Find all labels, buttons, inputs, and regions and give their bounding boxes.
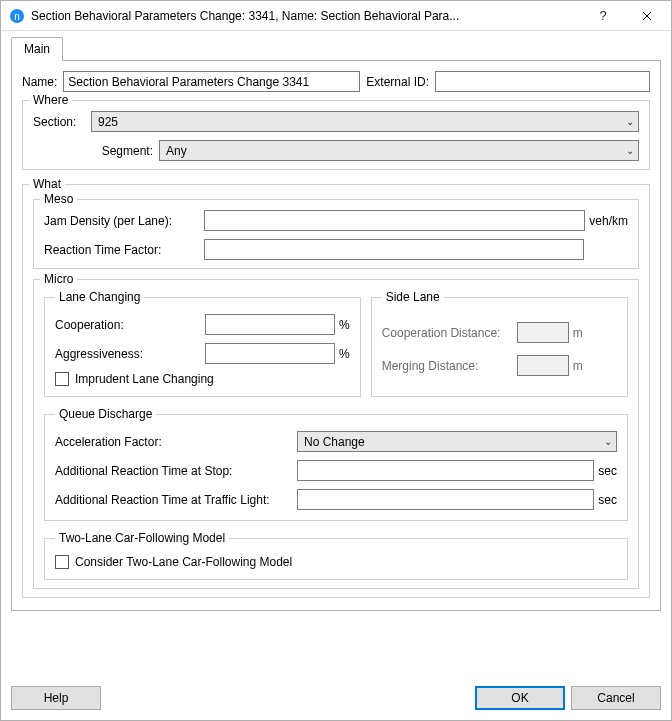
two-lane-label: Consider Two-Lane Car-Following Model <box>75 555 292 569</box>
name-row: Name: External ID: <box>22 71 650 92</box>
micro-columns: Lane Changing Cooperation: % Aggressiven… <box>44 290 628 397</box>
cooperation-input[interactable] <box>205 314 335 335</box>
close-button[interactable] <box>625 1 669 30</box>
tab-main[interactable]: Main <box>11 37 63 61</box>
coop-distance-unit: m <box>573 326 583 340</box>
app-icon: n <box>9 8 25 24</box>
section-select[interactable]: 925 ⌄ <box>91 111 639 132</box>
imprudent-lane-changing-checkbox[interactable] <box>55 372 69 386</box>
accel-factor-select[interactable]: No Change ⌄ <box>297 431 617 452</box>
jam-density-input[interactable] <box>204 210 585 231</box>
cancel-button[interactable]: Cancel <box>571 686 661 710</box>
cooperation-label: Cooperation: <box>55 318 205 332</box>
side-lane-fieldset: Side Lane Cooperation Distance: m Mergin… <box>371 290 628 397</box>
what-legend: What <box>29 177 65 191</box>
merge-distance-input <box>517 355 569 376</box>
accel-factor-value: No Change <box>304 435 600 449</box>
external-id-input[interactable] <box>435 71 650 92</box>
art-tl-input[interactable] <box>297 489 594 510</box>
where-legend: Where <box>29 93 72 107</box>
dialog-window: n Section Behavioral Parameters Change: … <box>0 0 672 721</box>
merge-distance-unit: m <box>573 359 583 373</box>
chevron-down-icon: ⌄ <box>626 116 634 127</box>
chevron-down-icon: ⌄ <box>626 145 634 156</box>
cooperation-unit: % <box>339 318 350 332</box>
imprudent-lane-changing-label: Imprudent Lane Changing <box>75 372 214 386</box>
footer-spacer <box>107 686 469 710</box>
title-bar: n Section Behavioral Parameters Change: … <box>1 1 671 31</box>
aggressiveness-input[interactable] <box>205 343 335 364</box>
what-fieldset: What Meso Jam Density (per Lane): veh/km… <box>22 184 650 598</box>
dialog-footer: Help OK Cancel <box>1 678 671 720</box>
coop-distance-input <box>517 322 569 343</box>
segment-label: Segment: <box>33 144 159 158</box>
merge-distance-label: Merging Distance: <box>382 359 517 373</box>
micro-legend: Micro <box>40 272 77 286</box>
content-area: Main Name: External ID: Where Section: 9… <box>1 31 671 678</box>
queue-discharge-legend: Queue Discharge <box>55 407 156 421</box>
accel-factor-label: Acceleration Factor: <box>55 435 297 449</box>
lane-changing-legend: Lane Changing <box>55 290 144 304</box>
reaction-time-factor-input[interactable] <box>204 239 584 260</box>
queue-discharge-fieldset: Queue Discharge Acceleration Factor: No … <box>44 407 628 521</box>
micro-fieldset: Micro Lane Changing Cooperation: % Agg <box>33 279 639 589</box>
art-tl-label: Additional Reaction Time at Traffic Ligh… <box>55 493 297 507</box>
aggressiveness-unit: % <box>339 347 350 361</box>
where-fieldset: Where Section: 925 ⌄ Segment: Any ⌄ <box>22 100 650 170</box>
aggressiveness-label: Aggressiveness: <box>55 347 205 361</box>
ok-button[interactable]: OK <box>475 686 565 710</box>
help-button[interactable]: Help <box>11 686 101 710</box>
two-lane-checkbox[interactable] <box>55 555 69 569</box>
svg-text:n: n <box>14 11 20 22</box>
window-title: Section Behavioral Parameters Change: 33… <box>31 9 581 23</box>
external-id-label: External ID: <box>366 75 429 89</box>
jam-density-unit: veh/km <box>589 214 628 228</box>
segment-select[interactable]: Any ⌄ <box>159 140 639 161</box>
art-stop-input[interactable] <box>297 460 594 481</box>
art-stop-label: Additional Reaction Time at Stop: <box>55 464 297 478</box>
meso-legend: Meso <box>40 192 77 206</box>
help-titlebar-button[interactable]: ? <box>581 1 625 30</box>
jam-density-label: Jam Density (per Lane): <box>44 214 204 228</box>
meso-fieldset: Meso Jam Density (per Lane): veh/km Reac… <box>33 199 639 269</box>
two-lane-fieldset: Two-Lane Car-Following Model Consider Tw… <box>44 531 628 580</box>
name-label: Name: <box>22 75 57 89</box>
segment-value: Any <box>166 144 622 158</box>
two-lane-legend: Two-Lane Car-Following Model <box>55 531 229 545</box>
art-stop-unit: sec <box>598 464 617 478</box>
art-tl-unit: sec <box>598 493 617 507</box>
chevron-down-icon: ⌄ <box>604 436 612 447</box>
reaction-time-factor-label: Reaction Time Factor: <box>44 243 204 257</box>
lane-changing-fieldset: Lane Changing Cooperation: % Aggressiven… <box>44 290 361 397</box>
name-input[interactable] <box>63 71 360 92</box>
side-lane-legend: Side Lane <box>382 290 444 304</box>
tab-pane-main: Name: External ID: Where Section: 925 ⌄ … <box>11 60 661 611</box>
section-label: Section: <box>33 115 91 129</box>
tab-strip: Main <box>11 37 661 61</box>
coop-distance-label: Cooperation Distance: <box>382 326 517 340</box>
section-value: 925 <box>98 115 622 129</box>
